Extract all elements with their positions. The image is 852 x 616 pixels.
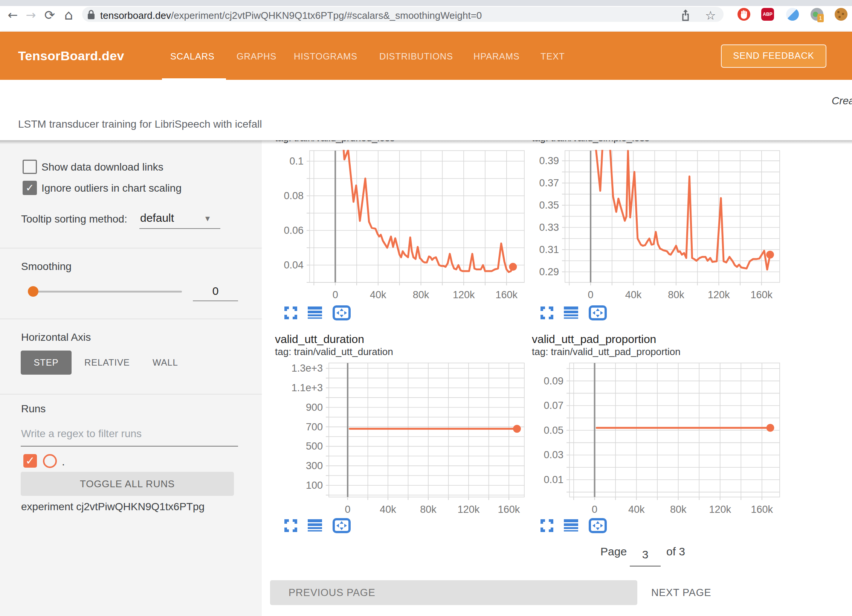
svg-text:0.04: 0.04 xyxy=(284,259,304,271)
dropdown-underline xyxy=(139,228,220,229)
axis-relative-button[interactable]: RELATIVE xyxy=(84,351,130,375)
toggle-all-runs-button[interactable]: TOGGLE ALL RUNS xyxy=(21,472,234,496)
scalar-chart-valid-utt-pad-proportion[interactable]: 040k80k120k160k0.010.030.050.070.09 xyxy=(570,363,780,497)
svg-text:0: 0 xyxy=(333,289,338,300)
log-scale-icon[interactable] xyxy=(308,519,322,533)
svg-text:0.07: 0.07 xyxy=(544,400,563,411)
forward-icon[interactable]: → xyxy=(23,8,38,22)
runs-regex-input[interactable]: Write a regex to filter runs xyxy=(21,428,142,440)
smoothing-label: Smoothing xyxy=(21,261,72,273)
ignore-outliers-label: Ignore outliers in chart scaling xyxy=(41,182,182,194)
smoothing-slider-thumb[interactable] xyxy=(28,286,38,297)
tab-graphs[interactable]: GRAPHS xyxy=(237,51,276,62)
fit-domain-icon[interactable] xyxy=(589,518,607,533)
svg-text:0.37: 0.37 xyxy=(539,177,559,189)
svg-text:0.1: 0.1 xyxy=(289,156,304,167)
log-scale-icon[interactable] xyxy=(308,306,322,320)
svg-text:1.3e+3: 1.3e+3 xyxy=(292,363,323,374)
svg-text:100: 100 xyxy=(306,480,323,491)
cookie-extension-icon[interactable] xyxy=(835,8,847,21)
svg-text:80k: 80k xyxy=(668,289,684,300)
svg-text:900: 900 xyxy=(306,402,323,413)
axis-step-button[interactable]: STEP xyxy=(21,351,72,375)
chart-tag: tag: train/valid_utt_pad_proportion xyxy=(532,346,681,358)
show-download-links-checkbox[interactable] xyxy=(23,160,37,174)
svg-text:160k: 160k xyxy=(751,504,773,515)
next-page-button[interactable]: NEXT PAGE xyxy=(651,580,711,605)
tab-distributions[interactable]: DISTRIBUTIONS xyxy=(379,51,453,62)
svg-text:0.05: 0.05 xyxy=(544,425,563,436)
tooltip-sorting-label: Tooltip sorting method: xyxy=(21,213,127,225)
previous-page-button[interactable]: PREVIOUS PAGE xyxy=(270,580,637,605)
ignore-outliers-checkbox[interactable]: ✓ xyxy=(23,181,37,195)
experiment-title: LSTM transducer training for LibriSpeech… xyxy=(18,118,262,130)
svg-text:500: 500 xyxy=(306,441,323,452)
svg-text:80k: 80k xyxy=(413,289,429,300)
send-feedback-button[interactable]: SEND FEEDBACK xyxy=(721,44,826,68)
subheader-band xyxy=(0,80,852,140)
smoothing-value-underline xyxy=(193,300,238,301)
tooltip-sorting-select[interactable]: default xyxy=(140,212,174,224)
chevron-down-icon[interactable]: ▾ xyxy=(205,213,210,224)
fit-domain-icon[interactable] xyxy=(589,305,607,320)
clipped-created-text: Crea xyxy=(832,95,852,107)
smoothing-slider-track[interactable] xyxy=(33,291,182,293)
svg-text:0: 0 xyxy=(592,504,597,515)
tab-text[interactable]: TEXT xyxy=(541,51,565,62)
svg-text:300: 300 xyxy=(306,460,323,471)
app-logo[interactable]: TensorBoard.dev xyxy=(18,49,124,63)
svg-text:700: 700 xyxy=(306,421,323,433)
svg-text:160k: 160k xyxy=(498,504,520,515)
tab-hparams[interactable]: HPARAMS xyxy=(473,51,520,62)
run-color-swatch[interactable] xyxy=(43,454,57,468)
svg-text:120k: 120k xyxy=(453,289,475,300)
fullscreen-icon[interactable] xyxy=(284,306,297,319)
svg-text:0.08: 0.08 xyxy=(284,190,304,201)
browser-tab-strip xyxy=(0,0,852,6)
fit-domain-icon[interactable] xyxy=(333,305,351,320)
log-scale-icon[interactable] xyxy=(564,306,578,320)
svg-text:0.35: 0.35 xyxy=(539,200,559,211)
extension-badge: 1 xyxy=(817,14,824,22)
log-scale-icon[interactable] xyxy=(564,519,578,533)
adblock-extension-icon[interactable] xyxy=(737,8,750,21)
share-icon[interactable] xyxy=(680,9,691,21)
svg-text:40k: 40k xyxy=(380,504,396,515)
page-label: Page xyxy=(600,545,627,558)
tab-histograms[interactable]: HISTOGRAMS xyxy=(294,51,357,62)
chart-title: valid_utt_duration xyxy=(275,333,364,346)
fullscreen-icon[interactable] xyxy=(541,519,553,532)
axis-wall-button[interactable]: WALL xyxy=(153,351,178,375)
fullscreen-icon[interactable] xyxy=(541,306,553,319)
sticky-header-shadow xyxy=(0,140,852,144)
scalar-chart-valid-utt-duration[interactable]: 040k80k120k160k1003005007009001.1e+31.3e… xyxy=(329,363,524,497)
lock-icon xyxy=(87,9,95,20)
screen: ← → ⟳ ⌂ tensorboard.dev/experiment/cj2vt… xyxy=(0,0,852,616)
svg-text:0.39: 0.39 xyxy=(539,155,559,166)
svg-text:0.01: 0.01 xyxy=(544,474,563,485)
home-icon[interactable]: ⌂ xyxy=(61,8,76,22)
bookmark-star-icon[interactable]: ☆ xyxy=(705,8,716,23)
svg-text:0.03: 0.03 xyxy=(544,449,563,460)
v-extension-icon[interactable] xyxy=(786,8,799,21)
fit-domain-icon[interactable] xyxy=(333,518,351,533)
divider xyxy=(0,319,262,319)
abp-extension-icon[interactable]: ABP xyxy=(761,8,774,21)
tab-scalars[interactable]: SCALARS xyxy=(170,51,215,62)
extension-icon-with-badge[interactable]: 1 xyxy=(811,8,823,21)
smoothing-value-input[interactable]: 0 xyxy=(193,285,238,297)
svg-text:120k: 120k xyxy=(708,289,730,300)
svg-text:0.31: 0.31 xyxy=(539,244,559,255)
scalar-chart-valid-pruned-loss[interactable]: 040k80k120k160k0.040.060.080.1 xyxy=(310,151,524,282)
svg-text:0.09: 0.09 xyxy=(544,375,563,387)
page-of-label: of 3 xyxy=(666,545,685,558)
scalar-chart-valid-simple-loss[interactable]: 040k80k120k160k0.290.310.330.350.370.39 xyxy=(565,151,780,282)
svg-text:40k: 40k xyxy=(370,289,386,300)
back-icon[interactable]: ← xyxy=(5,8,20,22)
url-domain: tensorboard.dev xyxy=(100,10,171,21)
chart-tag: tag: train/valid_utt_duration xyxy=(275,346,393,358)
page-number-input[interactable]: 3 xyxy=(630,548,661,561)
reload-icon[interactable]: ⟳ xyxy=(42,8,57,22)
run-checkbox[interactable]: ✓ xyxy=(23,454,37,468)
fullscreen-icon[interactable] xyxy=(284,519,297,532)
